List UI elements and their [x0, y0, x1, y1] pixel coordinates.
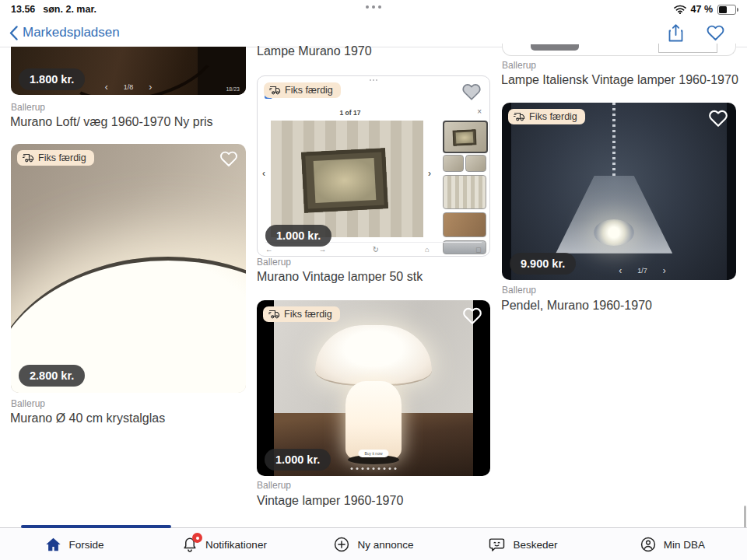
multitask-indicator-icon: [366, 5, 381, 9]
gallery-next-icon: ›: [428, 168, 431, 179]
listing-location: Ballerup: [257, 480, 291, 491]
battery-percent: 47 %: [691, 4, 714, 15]
tab-label: Min DBA: [664, 539, 705, 551]
status-bar: 13.56 søn. 2. mar. 47 %: [0, 0, 747, 19]
active-tab-indicator: [21, 525, 171, 528]
back-label: Markedspladsen: [23, 25, 120, 40]
bell-icon: [181, 536, 198, 553]
gallery-counter: 1 of 17: [258, 109, 443, 117]
cut-image-outline-button: [658, 44, 717, 53]
truck-icon: [514, 112, 525, 121]
buy-it-now-button[interactable]: Buy it now: [358, 450, 388, 457]
prev-image-icon[interactable]: ‹: [619, 268, 622, 275]
gallery-thumbnail: [443, 175, 486, 209]
pagination-counter: 1/7: [637, 267, 647, 275]
tab-label: Ny annonce: [357, 539, 413, 551]
price-badge: 2.800 kr.: [19, 365, 85, 387]
date: søn. 2. mar.: [43, 4, 96, 15]
listing-image-murano-loft[interactable]: 1.800 kr. ‹ 1/8 › 18/23: [11, 47, 246, 95]
tab-min-dba[interactable]: Min DBA: [598, 528, 747, 560]
listing-title[interactable]: Murano Ø 40 cm krystalglas: [10, 411, 165, 425]
fiks-faerdig-badge: Fiks færdig: [508, 109, 585, 124]
nav-bar: Markedspladsen: [0, 19, 747, 47]
fiks-faerdig-label: Fiks færdig: [529, 111, 577, 122]
tab-ny-annonce[interactable]: Ny annonce: [299, 528, 448, 560]
listing-image-murano-krystalglas[interactable]: Fiks færdig 2.800 kr.: [11, 144, 246, 393]
listing-title[interactable]: Lampe Murano 1970: [257, 44, 372, 58]
tab-forside[interactable]: Forside: [0, 528, 149, 560]
price-badge: 1.000 kr.: [265, 449, 331, 471]
next-image-icon[interactable]: ›: [149, 84, 152, 91]
favorites-heart-icon[interactable]: [706, 24, 725, 41]
screenshot-statusbar-dots: [370, 79, 377, 81]
listing-location: Ballerup: [502, 60, 536, 71]
listing-location: Ballerup: [502, 285, 536, 296]
price-badge: 1.800 kr.: [19, 68, 85, 90]
truck-icon: [269, 86, 281, 95]
wifi-icon: [674, 5, 686, 14]
listing-title[interactable]: Lampe Italiensk Vintage lamper 1960-1970: [501, 73, 738, 87]
notification-badge: [192, 533, 202, 543]
fiks-faerdig-label: Fiks færdig: [38, 152, 86, 163]
listing-title[interactable]: Murano Loft/ væg 1960-1970 Ny pris: [10, 115, 213, 129]
favorite-heart-icon[interactable]: [462, 306, 482, 325]
price-badge: 9.900 kr.: [510, 253, 576, 275]
tab-bar: Forside Notifikationer Ny annonce Besked…: [0, 527, 747, 560]
fiks-faerdig-label: Fiks færdig: [285, 85, 333, 96]
tab-label: Forside: [68, 539, 103, 551]
share-icon[interactable]: [668, 23, 684, 43]
tab-label: Beskeder: [513, 539, 557, 551]
cut-image-button-shape: [531, 44, 579, 51]
pagination-counter: 1/8: [124, 83, 134, 91]
home-icon: [45, 537, 61, 552]
lamp-chain-shape: [612, 103, 615, 177]
fiks-faerdig-badge: Fiks færdig: [264, 82, 341, 98]
favorite-heart-icon[interactable]: [219, 150, 238, 167]
chat-bubble-icon: [488, 536, 506, 553]
fiks-faerdig-label: Fiks færdig: [284, 309, 332, 320]
back-button[interactable]: Markedspladsen: [9, 25, 120, 40]
gallery-thumbnail: [443, 121, 488, 153]
fiks-faerdig-badge: Fiks færdig: [263, 306, 340, 322]
listing-image-cut[interactable]: [502, 44, 736, 56]
gallery-prev-icon: ‹: [262, 168, 265, 179]
clock: 13.56: [11, 4, 35, 15]
listing-location: Ballerup: [11, 102, 45, 113]
listing-title[interactable]: Murano Vintage lamper 50 stk: [257, 270, 423, 284]
tab-label: Notifikationer: [205, 539, 267, 551]
battery-icon: [717, 5, 736, 15]
tab-beskeder[interactable]: Beskeder: [448, 528, 598, 560]
favorite-heart-icon[interactable]: [708, 109, 728, 128]
truck-icon: [23, 153, 34, 163]
browser-back-icon: ←: [265, 245, 273, 254]
price-badge: 1.000 kr.: [265, 225, 331, 247]
browser-tabs-icon: ◻: [475, 245, 482, 254]
gallery-thumbnail: [443, 212, 486, 237]
chevron-left-icon: [9, 26, 18, 40]
listing-location: Ballerup: [257, 257, 291, 268]
gallery-thumbnail: [465, 155, 486, 172]
browser-home-icon: ⌂: [425, 245, 430, 254]
plus-circle-icon: [333, 536, 350, 553]
listing-location: Ballerup: [11, 398, 45, 409]
image-pagination: ‹ 1/7 ›: [549, 267, 736, 275]
gallery-main-photo: [271, 121, 423, 237]
truck-icon: [268, 310, 280, 319]
profile-icon: [640, 536, 657, 553]
corner-counter: 18/23: [226, 86, 240, 92]
listing-image-pendel-murano[interactable]: Fiks færdig ‹ 1/7 › 9.900 kr.: [502, 103, 736, 280]
next-image-icon[interactable]: ›: [663, 268, 666, 275]
prev-image-icon[interactable]: ‹: [105, 84, 108, 91]
close-icon: ×: [477, 107, 482, 116]
screen: 13.56 søn. 2. mar. 47 % Markedspladsen: [0, 0, 747, 560]
gallery-thumbnail: [443, 155, 464, 172]
listing-image-vintage-lamper[interactable]: Fiks færdig Buy it now 1.000 kr.: [257, 300, 490, 476]
mushroom-lamp-shape: [315, 325, 432, 464]
listing-title[interactable]: Vintage lamper 1960-1970: [257, 494, 403, 508]
tab-notifikationer[interactable]: Notifikationer: [149, 528, 299, 560]
listing-title[interactable]: Pendel, Murano 1960-1970: [501, 299, 652, 313]
bulb-glow-shape: [594, 219, 634, 246]
favorite-heart-icon[interactable]: [461, 82, 482, 101]
listing-image-murano-50stk[interactable]: DEUTSCH DANSK 1 of 17 × ‹ › ← → ↻ ⌂ ◻: [257, 75, 490, 257]
fiks-faerdig-badge: Fiks færdig: [17, 150, 94, 166]
